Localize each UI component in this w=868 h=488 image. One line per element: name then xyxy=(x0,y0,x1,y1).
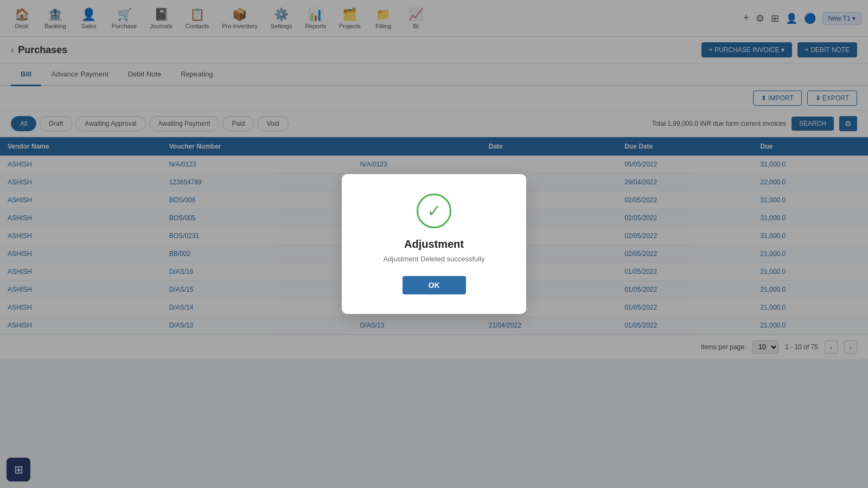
modal-subtitle: Adjustment Deleted successfully xyxy=(363,255,505,263)
modal-dialog: ✓ Adjustment Adjustment Deleted successf… xyxy=(342,174,526,314)
modal-overlay: ✓ Adjustment Adjustment Deleted successf… xyxy=(0,0,868,359)
modal-ok-button[interactable]: OK xyxy=(403,276,466,294)
modal-title: Adjustment xyxy=(363,238,505,251)
success-icon: ✓ xyxy=(417,194,451,228)
